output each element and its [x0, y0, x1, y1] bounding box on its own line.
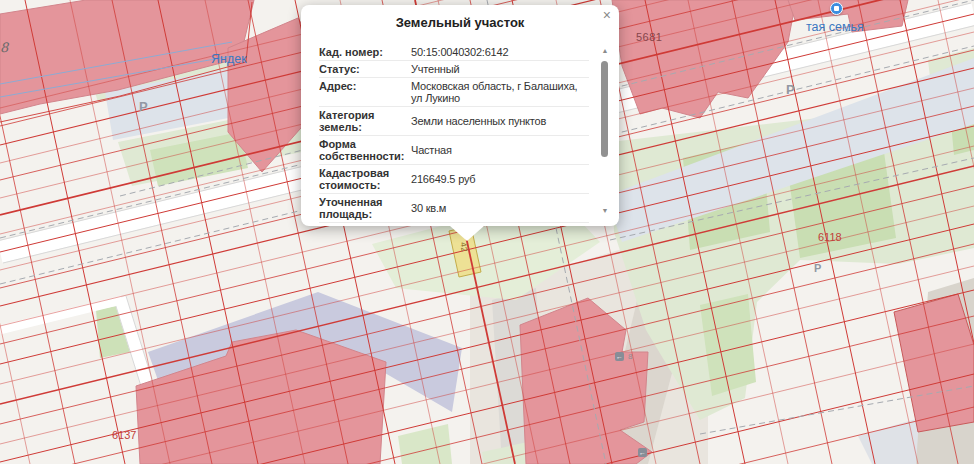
entrance-number-label: 8	[628, 352, 632, 361]
field-value: Частная	[411, 138, 589, 162]
poi-label-family[interactable]: тая семья	[806, 20, 864, 34]
field-value: Московская область, г Балашиха, ул Лукин…	[411, 80, 589, 104]
scrollbar-thumb[interactable]	[601, 61, 608, 157]
parcel-info-popup: × Земельный участок Кад. номер: 50:15:00…	[301, 5, 619, 226]
popup-scrollbar[interactable]: ▲ ▼	[600, 47, 610, 214]
field-value: 216649.5 руб	[411, 167, 589, 191]
field-label: Форма собственности:	[319, 138, 411, 162]
field-row: Статус: Учтенный	[319, 61, 589, 78]
field-value: Земли населенных пунктов	[411, 109, 589, 133]
field-row: Категория земель: Земли населенных пункт…	[319, 107, 589, 136]
field-label: Адрес:	[319, 80, 411, 104]
field-label: Статус:	[319, 63, 411, 75]
scroll-down-icon[interactable]: ▼	[600, 207, 610, 214]
field-label: Кадастровая стоимость:	[319, 167, 411, 191]
field-value: для жилищного строительства	[411, 225, 589, 226]
field-value: 50:15:0040302:6142	[411, 46, 589, 58]
poi-label-yandex[interactable]: Яндекс	[211, 52, 247, 68]
popup-fields-list: Кад. номер: 50:15:0040302:6142 Статус: У…	[319, 44, 589, 226]
close-icon[interactable]: ×	[603, 8, 611, 22]
house-number-label: 8	[0, 40, 8, 55]
scroll-up-icon[interactable]: ▲	[600, 47, 610, 54]
parking-icon: P	[786, 82, 795, 97]
field-label: Разрешенное	[319, 225, 411, 226]
field-value: Учтенный	[411, 63, 589, 75]
field-row: Форма собственности: Частная	[319, 136, 589, 165]
field-row: Кадастровая стоимость: 216649.5 руб	[319, 165, 589, 194]
popup-title: Земельный участок	[301, 15, 619, 30]
parking-icon: P	[139, 99, 148, 114]
entrance-icon: ←	[615, 352, 624, 361]
parking-icon: P	[814, 262, 821, 274]
field-label: Уточненная площадь:	[319, 196, 411, 220]
field-label: Кад. номер:	[319, 46, 411, 58]
field-row: Кад. номер: 50:15:0040302:6142	[319, 44, 589, 61]
poi-pin-icon[interactable]	[830, 2, 843, 15]
field-row: Уточненная площадь: 30 кв.м	[319, 194, 589, 223]
field-row: Разрешенное для жилищного строительства	[319, 223, 589, 226]
field-row: Адрес: Московская область, г Балашиха, у…	[319, 78, 589, 107]
field-label: Категория земель:	[319, 109, 411, 133]
parcel-number-6137: 6137	[112, 429, 136, 441]
parcel-number-6118: 6118	[818, 231, 842, 243]
building-number-5681: 5681	[636, 31, 662, 43]
field-value: 30 кв.м	[411, 196, 589, 220]
entrance-icon: ←	[638, 448, 647, 457]
cadastral-map-screen: 5681 6118 6137 P P P Яндекс тая семья 8 …	[0, 0, 974, 464]
popup-tail-pointer	[450, 226, 484, 241]
